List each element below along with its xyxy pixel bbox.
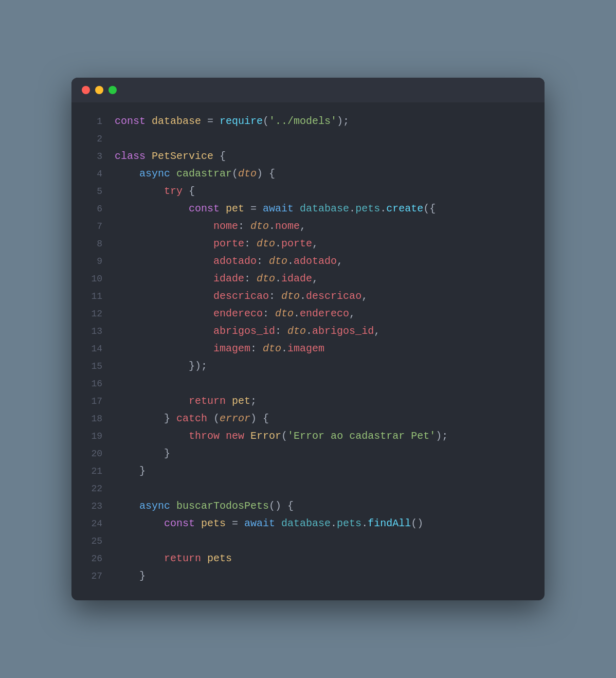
line-number: 7 [82, 218, 102, 235]
token-plain: , [374, 325, 380, 337]
code-line: 10 idade: dto.idade, [71, 270, 545, 288]
minimize-button[interactable] [95, 86, 103, 94]
code-line: 14 imagem: dto.imagem [71, 340, 545, 358]
line-number: 3 [82, 148, 102, 165]
line-number: 20 [82, 445, 102, 462]
token-punct: ( [281, 430, 287, 442]
code-line: 6 const pet = await database.pets.create… [71, 200, 545, 218]
token-plain [115, 290, 213, 302]
token-plain: : [275, 325, 287, 337]
token-plain [115, 343, 213, 354]
token-var-name: pets [201, 518, 226, 529]
token-plain [115, 168, 139, 180]
token-plain: , [312, 238, 318, 249]
token-param: dto [275, 308, 294, 319]
token-kw-try: try [164, 185, 183, 197]
code-editor[interactable]: 1const database = require('../models');2… [71, 102, 545, 600]
maximize-button[interactable] [108, 86, 117, 94]
token-prop: adotado [213, 255, 257, 267]
line-number: 4 [82, 165, 102, 183]
token-prop: endereco [213, 308, 263, 319]
token-plain [201, 552, 207, 564]
token-punct: ( [232, 168, 238, 180]
token-plain [115, 185, 164, 197]
line-content: } catch (error) { [115, 410, 534, 427]
token-plain [115, 500, 139, 512]
token-kw-catch: catch [176, 413, 207, 424]
token-plain: : [263, 308, 275, 319]
token-plain: . [300, 290, 306, 302]
line-number: 10 [82, 270, 102, 288]
line-number: 23 [82, 497, 102, 515]
line-content: idade: dto.idade, [115, 270, 534, 288]
line-content: } [115, 567, 534, 585]
token-plain: . [361, 518, 368, 529]
line-number: 2 [82, 130, 102, 148]
token-plain [115, 238, 213, 249]
line-content [115, 532, 534, 550]
token-plain: . [294, 308, 300, 319]
line-number: 21 [82, 462, 102, 480]
token-var-name: pet [226, 203, 244, 215]
token-param: dto [250, 220, 269, 232]
code-line: 11 descricao: dto.descricao, [71, 288, 545, 305]
line-number: 24 [82, 515, 102, 532]
token-param: dto [238, 168, 257, 180]
token-punct: ( [263, 115, 269, 127]
token-param: dto [281, 290, 300, 302]
line-number: 12 [82, 305, 102, 323]
token-kw-await: await [263, 203, 300, 215]
token-plain: : [269, 290, 281, 302]
token-param: dto [263, 343, 281, 354]
token-plain: ; [250, 395, 257, 407]
token-plain: } [139, 570, 146, 582]
line-content: async cadastrar(dto) { [115, 165, 534, 183]
token-plain [115, 255, 213, 267]
line-content: endereco: dto.endereco, [115, 305, 534, 323]
token-prop: porte [213, 238, 244, 249]
token-plain: : [257, 255, 269, 267]
line-number: 22 [82, 480, 102, 497]
token-plain [115, 325, 213, 337]
code-line: 9 adotado: dto.adotado, [71, 253, 545, 270]
code-line: 1const database = require('../models'); [71, 113, 545, 130]
titlebar [71, 78, 545, 102]
line-number: 6 [82, 200, 102, 218]
token-param: dto [257, 273, 275, 284]
close-button[interactable] [82, 86, 90, 94]
token-db-ref: pets [355, 203, 380, 215]
token-prop: abrigos_id [213, 325, 275, 337]
token-punct: } [164, 413, 176, 424]
token-plain: , [337, 255, 343, 267]
line-number: 5 [82, 183, 102, 200]
line-content: class PetService { [115, 148, 534, 165]
token-plain: , [349, 308, 355, 319]
token-punct: () [411, 518, 423, 529]
token-plain: = [201, 115, 220, 127]
token-plain: : [244, 273, 257, 284]
token-prop: idade [213, 273, 244, 284]
token-kw-return: return [164, 552, 201, 564]
code-line: 2 [71, 130, 545, 148]
token-plain [115, 518, 164, 529]
line-content: return pets [115, 550, 534, 567]
token-plain: . [331, 518, 337, 529]
code-line: 12 endereco: dto.endereco, [71, 305, 545, 323]
line-number: 11 [82, 288, 102, 305]
token-prop: abrigos_id [312, 325, 374, 337]
code-line: 16 [71, 375, 545, 392]
token-plain [115, 220, 213, 232]
token-plain: . [380, 203, 386, 215]
line-number: 9 [82, 253, 102, 270]
line-content [115, 130, 534, 148]
token-fn-name: require [220, 115, 263, 127]
token-prop: descricao [213, 290, 269, 302]
token-plain [115, 395, 189, 407]
token-var-name: pets [207, 552, 232, 564]
code-line: 17 return pet; [71, 392, 545, 410]
token-punct: }); [189, 360, 207, 372]
code-line: 4 async cadastrar(dto) { [71, 165, 545, 183]
code-line: 15 }); [71, 358, 545, 375]
token-punct: ); [337, 115, 349, 127]
token-plain [115, 308, 213, 319]
